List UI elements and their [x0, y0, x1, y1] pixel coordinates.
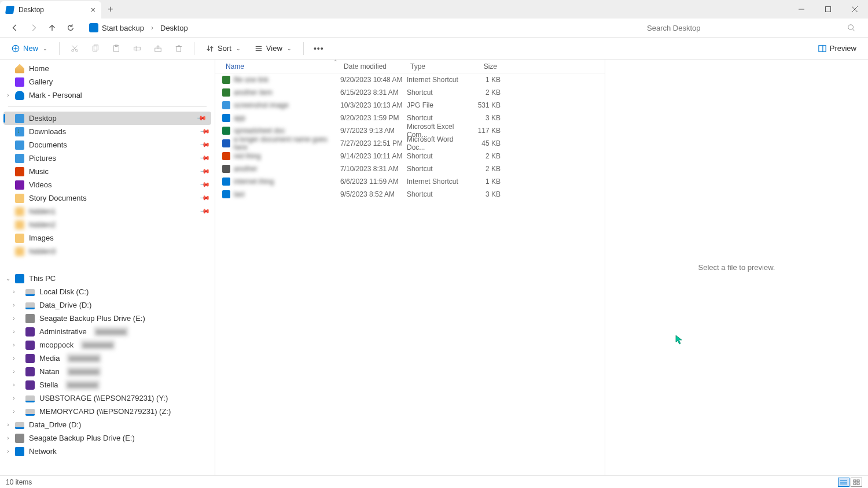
sidebar-item[interactable]: ›Local Disk (C:) [0, 285, 215, 298]
minimize-button[interactable] [788, 0, 815, 19]
tab-desktop[interactable]: Desktop × [0, 1, 101, 19]
forward-button[interactable] [25, 20, 42, 36]
delete-button[interactable] [171, 42, 187, 55]
sidebar-item[interactable]: Home [0, 62, 215, 75]
sidebar-item-label: Desktop [29, 114, 57, 123]
chevron-icon[interactable]: › [10, 408, 17, 415]
column-size[interactable]: Size [464, 62, 501, 71]
up-button[interactable] [44, 20, 60, 36]
file-icon [222, 88, 230, 97]
sort-button[interactable]: Sort ⌄ [201, 42, 245, 55]
icons-view-toggle[interactable] [851, 478, 862, 487]
sidebar-item[interactable]: Videos📌 [0, 178, 215, 191]
chevron-icon[interactable]: › [10, 355, 17, 361]
breadcrumb-desktop[interactable]: Desktop [157, 21, 192, 35]
chevron-icon[interactable]: › [5, 422, 12, 428]
search-input[interactable] [647, 24, 843, 32]
new-button[interactable]: New ⌄ [7, 42, 52, 55]
sidebar-item[interactable]: ›Stellaxxxxxxxx [0, 378, 215, 391]
sidebar-item[interactable]: ›Data_Drive (D:) [0, 298, 215, 312]
sidebar-item[interactable]: ›Network [0, 445, 215, 458]
copy-button[interactable] [87, 42, 104, 55]
column-headers[interactable]: Name⌃ Date modified Type Size [215, 60, 605, 73]
file-size: 3 KB [464, 190, 501, 198]
column-name[interactable]: Name⌃ [222, 62, 340, 71]
chevron-icon[interactable]: › [10, 342, 17, 348]
sidebar-item-label: hidden1 [29, 207, 56, 216]
chevron-icon[interactable]: › [10, 328, 17, 335]
sidebar-item-label: hidden3 [29, 247, 56, 256]
breadcrumb-start-backup[interactable]: Start backup [86, 21, 148, 35]
maximize-button[interactable] [815, 0, 841, 19]
folder-icon [15, 447, 24, 456]
sidebar-item[interactable]: ›Administrativexxxxxxxx [0, 325, 215, 338]
chevron-icon[interactable]: › [5, 448, 12, 454]
sidebar-item[interactable]: ›MEMORYCARD (\\EPSON279231) (Z:) [0, 405, 215, 418]
more-button[interactable]: ••• [311, 42, 327, 56]
sidebar-item[interactable]: ›Seagate Backup Plus Drive (E:) [0, 431, 215, 445]
file-row[interactable]: red thing9/14/2023 10:11 AMShortcut2 KB [215, 150, 605, 162]
chevron-icon[interactable]: › [10, 302, 17, 308]
file-row[interactable]: internet thing6/6/2023 11:59 AMInternet … [215, 175, 605, 188]
chevron-icon[interactable]: › [5, 435, 12, 441]
close-tab-icon[interactable]: × [91, 5, 95, 14]
details-view-toggle[interactable] [838, 478, 849, 487]
svg-rect-17 [134, 47, 141, 50]
sidebar-item[interactable]: Desktop📌 [3, 112, 211, 125]
chevron-down-icon: ⌄ [287, 46, 292, 51]
chevron-down-icon[interactable]: ⌄ [5, 275, 12, 282]
preview-button[interactable]: Preview [814, 42, 861, 55]
chevron-icon[interactable]: › [10, 289, 17, 295]
sidebar-item[interactable]: ›mcoppockxxxxxxxx [0, 338, 215, 352]
view-button[interactable]: View ⌄ [250, 42, 296, 55]
sidebar-this-pc[interactable]: ⌄ This PC [0, 272, 215, 285]
sidebar-item[interactable]: ›Seagate Backup Plus Drive (E:) [0, 312, 215, 325]
search-box[interactable] [641, 19, 861, 36]
file-row[interactable]: screenshot image10/3/2023 10:13 AMJPG Fi… [215, 99, 605, 112]
chevron-icon[interactable]: › [10, 382, 17, 388]
breadcrumb[interactable]: Start backup › Desktop [86, 21, 639, 35]
sidebar[interactable]: HomeGallery›Mark - Personal Desktop📌Down… [0, 60, 215, 475]
sidebar-item[interactable]: hidden2 [0, 218, 215, 231]
folder-icon [15, 127, 24, 136]
chevron-right-icon: › [151, 24, 153, 32]
back-button[interactable] [7, 20, 23, 36]
column-type[interactable]: Type [407, 62, 464, 71]
chevron-icon[interactable]: › [5, 92, 12, 98]
close-window-button[interactable] [841, 0, 868, 19]
sidebar-item[interactable]: Gallery [0, 75, 215, 88]
tab-title: Desktop [19, 6, 86, 14]
sidebar-item[interactable]: Downloads📌 [0, 125, 215, 138]
sidebar-item[interactable]: Documents📌 [0, 138, 215, 151]
folder-icon [25, 367, 35, 376]
sidebar-item[interactable]: ›Data_Drive (D:) [0, 418, 215, 431]
sidebar-item[interactable]: Music📌 [0, 165, 215, 178]
column-date[interactable]: Date modified [340, 62, 407, 71]
share-button[interactable] [150, 42, 166, 55]
file-row[interactable]: a longer document name goes here7/27/202… [215, 137, 605, 150]
refresh-button[interactable] [62, 20, 79, 36]
paste-button[interactable] [108, 42, 124, 55]
file-row[interactable]: another item6/15/2023 8:31 AMShortcut2 K… [215, 86, 605, 99]
sidebar-item[interactable]: ›Mark - Personal [0, 88, 215, 102]
chevron-icon[interactable]: › [10, 395, 17, 401]
file-row[interactable]: another7/10/2023 8:31 AMShortcut2 KB [215, 162, 605, 175]
chevron-icon[interactable]: › [10, 368, 17, 375]
new-tab-button[interactable]: + [101, 0, 120, 19]
sidebar-item[interactable]: hidden3 [0, 245, 215, 258]
cut-button[interactable] [67, 42, 83, 55]
file-icon [222, 127, 230, 135]
chevron-icon[interactable]: › [10, 315, 17, 321]
sidebar-item[interactable]: Images [0, 231, 215, 245]
sidebar-item[interactable]: Pictures📌 [0, 151, 215, 165]
rename-button[interactable] [129, 42, 145, 55]
file-list[interactable]: Name⌃ Date modified Type Size file one l… [215, 60, 605, 475]
sidebar-item[interactable]: ›Natanxxxxxxxx [0, 365, 215, 378]
sidebar-item[interactable]: Story Documents📌 [0, 191, 215, 205]
file-row[interactable]: file one link9/20/2023 10:48 AMInternet … [215, 73, 605, 86]
sidebar-item[interactable]: hidden1📌 [0, 205, 215, 218]
file-row[interactable]: last9/5/2023 8:52 AMShortcut3 KB [215, 188, 605, 201]
sidebar-item[interactable]: ›USBSTORAGE (\\EPSON279231) (Y:) [0, 391, 215, 405]
file-name: internet thing [234, 178, 274, 186]
sidebar-item[interactable]: ›Mediaxxxxxxxx [0, 352, 215, 365]
